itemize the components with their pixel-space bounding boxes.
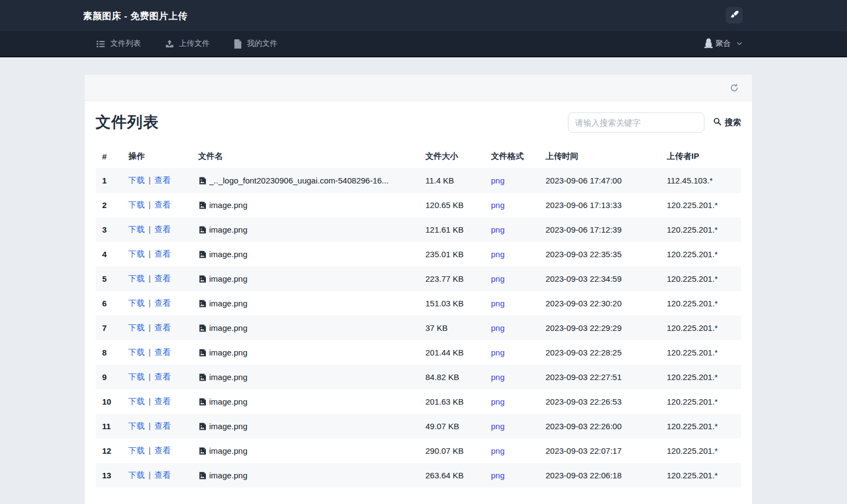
view-link[interactable]: 查看 [155,298,171,307]
action-separator: | [149,396,151,406]
format-link[interactable]: png [491,397,505,406]
format-link[interactable]: png [491,323,505,333]
row-upload-time: 2023-09-03 22:26:00 [539,414,660,438]
theme-toggle-button[interactable] [726,7,743,23]
row-upload-time: 2023-09-03 22:28:25 [539,340,660,365]
brush-icon [730,10,739,21]
view-link[interactable]: 查看 [155,200,171,209]
table-row: 6下载|查看 image.png151.03 KBpng2023-09-03 2… [96,291,741,316]
format-link[interactable]: png [491,299,505,308]
format-link[interactable]: png [491,471,505,480]
row-actions: 下载|查看 [122,266,192,291]
format-link[interactable]: png [491,200,505,210]
action-separator: | [149,347,151,357]
filename: image.png [209,200,247,210]
format-link[interactable]: png [491,250,505,259]
format-link[interactable]: png [491,274,505,283]
search-button-label: 搜索 [725,117,741,128]
download-link[interactable]: 下载 [128,372,145,381]
filename: image.png [209,397,247,406]
view-link[interactable]: 查看 [155,446,171,455]
image-file-icon [198,250,207,259]
format-link[interactable]: png [491,446,505,455]
download-link[interactable]: 下载 [128,323,145,332]
row-format-cell: png [484,168,539,193]
action-separator: | [149,200,151,209]
row-uploader-ip: 120.225.201.* [660,389,741,414]
download-link[interactable]: 下载 [128,224,145,234]
view-link[interactable]: 查看 [155,470,171,479]
row-format-cell: png [484,438,539,463]
view-link[interactable]: 查看 [155,323,171,332]
row-actions: 下载|查看 [122,365,192,389]
row-size: 290.07 KB [419,438,484,463]
download-link[interactable]: 下载 [128,347,145,357]
view-link[interactable]: 查看 [155,175,171,185]
format-link[interactable]: png [491,348,505,357]
filename: image.png [209,225,247,234]
row-actions: 下载|查看 [122,193,192,217]
site-title: 素颜图床 - 免费图片上传 [83,9,188,22]
row-filename-cell: image.png [192,414,419,438]
row-uploader-ip: 120.225.201.* [660,463,741,488]
nav-item-upload[interactable]: 上传文件 [165,39,210,49]
view-link[interactable]: 查看 [155,372,171,381]
image-file-icon [198,447,207,455]
row-upload-time: 2023-09-03 22:30:20 [539,291,660,316]
view-link[interactable]: 查看 [155,249,171,258]
row-uploader-ip: 120.225.201.* [660,340,741,365]
column-header-3: 文件大小 [419,145,484,168]
action-separator: | [149,298,151,307]
download-link[interactable]: 下载 [128,470,145,479]
row-actions: 下载|查看 [122,316,192,340]
row-index: 9 [96,365,122,389]
row-filename-cell: _.._logo_font20230906_uugai.com-5408296-… [192,168,419,193]
search-button[interactable]: 搜索 [713,117,741,128]
image-file-icon [198,176,207,185]
download-link[interactable]: 下载 [128,446,145,455]
row-filename-cell: image.png [192,242,419,266]
file-table-body: 1下载|查看 _.._logo_font20230906_uugai.com-5… [96,168,741,488]
download-link[interactable]: 下载 [128,200,145,209]
download-link[interactable]: 下载 [128,396,145,406]
user-menu[interactable]: 聚合 [703,31,743,56]
format-link[interactable]: png [491,372,505,382]
row-index: 13 [96,463,122,488]
file-list-card: 文件列表 搜索 #操作文件 [85,75,752,504]
row-actions: 下载|查看 [122,414,192,438]
page-title: 文件列表 [96,112,159,133]
download-link[interactable]: 下载 [128,274,145,283]
filename: image.png [209,274,247,283]
view-link[interactable]: 查看 [155,421,171,430]
row-size: 151.03 KB [419,291,484,316]
search-input[interactable] [568,112,704,133]
download-link[interactable]: 下载 [128,175,145,185]
view-link[interactable]: 查看 [155,347,171,357]
refresh-button[interactable] [730,83,739,92]
nav-items: 文件列表 上传文件 我的文件 [96,39,277,49]
view-link[interactable]: 查看 [155,224,171,234]
image-file-icon [198,422,207,431]
format-link[interactable]: png [491,422,505,431]
download-link[interactable]: 下载 [128,298,145,307]
card-body: 文件列表 搜索 #操作文件 [85,101,752,499]
format-link[interactable]: png [491,176,505,185]
row-filename-cell: image.png [192,193,419,217]
row-format-cell: png [484,389,539,414]
nav-item-my-files[interactable]: 我的文件 [234,39,277,49]
download-link[interactable]: 下载 [128,421,145,430]
row-index: 3 [96,217,122,242]
row-format-cell: png [484,340,539,365]
nav-item-file-list[interactable]: 文件列表 [96,39,141,49]
view-link[interactable]: 查看 [155,396,171,406]
row-upload-time: 2023-09-03 22:26:53 [539,389,660,414]
format-link[interactable]: png [491,225,505,234]
row-format-cell: png [484,242,539,266]
download-link[interactable]: 下载 [128,249,145,258]
view-link[interactable]: 查看 [155,274,171,283]
action-separator: | [149,446,151,455]
column-header-2: 文件名 [192,145,419,168]
row-format-cell: png [484,193,539,217]
row-upload-time: 2023-09-06 17:13:33 [539,193,660,217]
row-size: 263.64 KB [419,463,484,488]
